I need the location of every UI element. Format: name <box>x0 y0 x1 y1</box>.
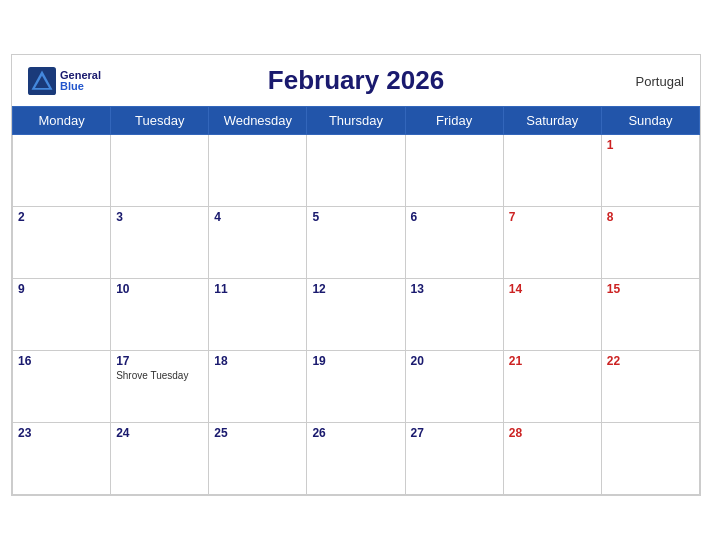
day-number: 17 <box>116 354 203 368</box>
calendar-cell: 20 <box>405 351 503 423</box>
calendar-cell: 17Shrove Tuesday <box>111 351 209 423</box>
weekday-header-monday: Monday <box>13 107 111 135</box>
day-number: 21 <box>509 354 596 368</box>
calendar-cell: 21 <box>503 351 601 423</box>
calendar-cell: 10 <box>111 279 209 351</box>
calendar-cell <box>209 135 307 207</box>
calendar-cell: 16 <box>13 351 111 423</box>
day-number: 6 <box>411 210 498 224</box>
day-number: 3 <box>116 210 203 224</box>
day-number: 20 <box>411 354 498 368</box>
calendar-cell <box>307 135 405 207</box>
day-number: 11 <box>214 282 301 296</box>
calendar-cell: 24 <box>111 423 209 495</box>
weekday-header-saturday: Saturday <box>503 107 601 135</box>
calendar-cell: 26 <box>307 423 405 495</box>
calendar-cell: 19 <box>307 351 405 423</box>
day-number: 5 <box>312 210 399 224</box>
calendar-cell: 15 <box>601 279 699 351</box>
calendar: General Blue February 2026 Portugal Mond… <box>11 54 701 496</box>
calendar-cell <box>503 135 601 207</box>
week-row-4: 1617Shrove Tuesday1819202122 <box>13 351 700 423</box>
calendar-cell: 22 <box>601 351 699 423</box>
calendar-cell <box>601 423 699 495</box>
calendar-cell: 13 <box>405 279 503 351</box>
calendar-cell <box>13 135 111 207</box>
logo-icon <box>28 67 56 95</box>
day-number: 22 <box>607 354 694 368</box>
logo-blue-text: Blue <box>60 81 101 92</box>
calendar-cell: 7 <box>503 207 601 279</box>
day-number: 2 <box>18 210 105 224</box>
country-label: Portugal <box>636 73 684 88</box>
calendar-title: February 2026 <box>268 65 444 96</box>
week-row-5: 232425262728 <box>13 423 700 495</box>
weekday-header-row: MondayTuesdayWednesdayThursdayFridaySatu… <box>13 107 700 135</box>
calendar-header: General Blue February 2026 Portugal <box>12 55 700 106</box>
weekday-header-tuesday: Tuesday <box>111 107 209 135</box>
calendar-cell: 12 <box>307 279 405 351</box>
day-number: 15 <box>607 282 694 296</box>
calendar-cell: 28 <box>503 423 601 495</box>
week-row-3: 9101112131415 <box>13 279 700 351</box>
calendar-cell: 23 <box>13 423 111 495</box>
day-number: 28 <box>509 426 596 440</box>
calendar-cell: 8 <box>601 207 699 279</box>
day-number: 7 <box>509 210 596 224</box>
weekday-header-sunday: Sunday <box>601 107 699 135</box>
calendar-cell <box>405 135 503 207</box>
day-number: 24 <box>116 426 203 440</box>
day-number: 26 <box>312 426 399 440</box>
calendar-table: MondayTuesdayWednesdayThursdayFridaySatu… <box>12 106 700 495</box>
calendar-cell: 14 <box>503 279 601 351</box>
day-number: 18 <box>214 354 301 368</box>
day-number: 10 <box>116 282 203 296</box>
day-number: 19 <box>312 354 399 368</box>
day-number: 4 <box>214 210 301 224</box>
day-number: 13 <box>411 282 498 296</box>
day-number: 23 <box>18 426 105 440</box>
day-number: 8 <box>607 210 694 224</box>
calendar-cell: 27 <box>405 423 503 495</box>
calendar-cell: 3 <box>111 207 209 279</box>
calendar-cell: 5 <box>307 207 405 279</box>
logo: General Blue <box>28 67 101 95</box>
day-number: 9 <box>18 282 105 296</box>
calendar-cell: 9 <box>13 279 111 351</box>
weekday-header-wednesday: Wednesday <box>209 107 307 135</box>
calendar-cell: 2 <box>13 207 111 279</box>
day-number: 1 <box>607 138 694 152</box>
calendar-cell: 1 <box>601 135 699 207</box>
calendar-cell: 4 <box>209 207 307 279</box>
day-number: 14 <box>509 282 596 296</box>
day-number: 27 <box>411 426 498 440</box>
week-row-2: 2345678 <box>13 207 700 279</box>
week-row-1: 1 <box>13 135 700 207</box>
calendar-cell <box>111 135 209 207</box>
weekday-header-friday: Friday <box>405 107 503 135</box>
event-label: Shrove Tuesday <box>116 370 203 381</box>
calendar-cell: 6 <box>405 207 503 279</box>
day-number: 16 <box>18 354 105 368</box>
calendar-cell: 18 <box>209 351 307 423</box>
calendar-cell: 11 <box>209 279 307 351</box>
weekday-header-thursday: Thursday <box>307 107 405 135</box>
calendar-cell: 25 <box>209 423 307 495</box>
day-number: 25 <box>214 426 301 440</box>
day-number: 12 <box>312 282 399 296</box>
